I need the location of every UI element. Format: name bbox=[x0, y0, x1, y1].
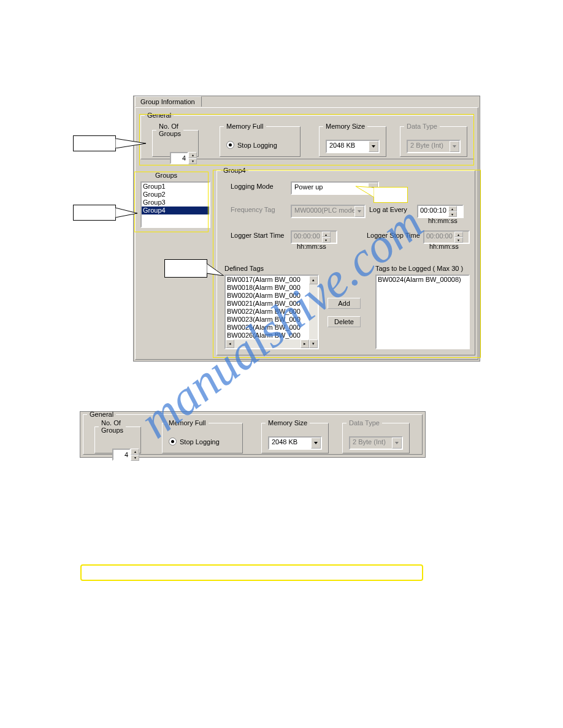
spin-up-icon[interactable]: ▴ bbox=[131, 449, 139, 455]
no-of-groups-input[interactable] bbox=[170, 152, 188, 164]
list-item[interactable]: Group3 bbox=[142, 199, 209, 207]
hhmmss-label-1: hh:mm:ss bbox=[428, 217, 458, 224]
list-item[interactable]: BW0023(Alarm BW_000 bbox=[226, 316, 318, 324]
spin-up-icon: ▴ bbox=[322, 232, 331, 237]
scroll-right-icon[interactable]: ▸ bbox=[301, 339, 309, 348]
tags-to-be-logged-listbox[interactable]: BW0024(Alarm BW_00008) bbox=[375, 275, 470, 349]
logger-start-time-label: Logger Start Time bbox=[231, 232, 284, 239]
memory-full-legend: Memory Full bbox=[224, 123, 266, 130]
chevron-down-icon[interactable] bbox=[369, 141, 378, 152]
spin-down-icon: ▾ bbox=[454, 237, 463, 243]
general-legend-bottom: General bbox=[87, 411, 116, 418]
memory-size-value: 2048 KB bbox=[327, 141, 369, 152]
radio-dot-icon bbox=[226, 141, 234, 149]
spin-up-icon: ▴ bbox=[454, 232, 463, 237]
spin-up-icon[interactable]: ▴ bbox=[188, 152, 197, 158]
group4-legend: Group4 bbox=[221, 167, 248, 174]
list-item[interactable]: BW0021(Alarm BW_000 bbox=[226, 300, 318, 308]
spin-down-icon[interactable]: ▾ bbox=[448, 211, 457, 217]
list-item[interactable]: Group4 bbox=[142, 207, 209, 214]
groups-label: Groups bbox=[155, 172, 177, 179]
defined-tags-listbox[interactable]: BW0017(Alarm BW_000 BW0018(Alarm BW_000 … bbox=[224, 275, 319, 349]
list-item[interactable]: BW0020(Alarm BW_000 bbox=[226, 292, 318, 300]
memory-size-fieldset-bottom: Memory Size 2048 KB bbox=[261, 419, 329, 453]
spin-up-icon[interactable]: ▴ bbox=[448, 206, 457, 211]
scrollbar-horizontal[interactable]: ◂▸ bbox=[226, 339, 309, 348]
memory-size-combo[interactable]: 2048 KB bbox=[326, 140, 380, 153]
scroll-down-icon[interactable]: ▾ bbox=[309, 339, 318, 348]
callout-groups bbox=[73, 205, 116, 221]
logger-stop-value: 00:00:00 bbox=[424, 232, 454, 243]
groups-listbox[interactable]: Group1 Group2 Group3 Group4 bbox=[140, 181, 210, 228]
data-type-value-bottom: 2 Byte (Int) bbox=[350, 438, 392, 449]
memory-size-value-bottom: 2048 KB bbox=[269, 438, 311, 449]
general-fieldset: General No. Of Groups ▴▾ Memory Full Sto… bbox=[140, 112, 474, 159]
chevron-down-icon[interactable] bbox=[311, 438, 321, 449]
logger-stop-time: 00:00:00 ▴▾ bbox=[423, 230, 470, 244]
scroll-up-icon[interactable]: ▴ bbox=[309, 276, 318, 284]
tab-strip: Group Information bbox=[135, 96, 202, 107]
logging-mode-label: Logging Mode bbox=[231, 183, 274, 190]
list-item[interactable]: BW0026(Alarm BW_000 bbox=[226, 332, 318, 339]
svg-marker-0 bbox=[115, 138, 146, 148]
list-item[interactable]: BW0017(Alarm BW_000 bbox=[226, 276, 318, 284]
hhmmss-label-3: hh:mm:ss bbox=[429, 243, 459, 250]
data-type-value: 2 Byte (Int) bbox=[408, 141, 450, 152]
no-of-groups-fieldset-bottom: No. Of Groups ▴▾ bbox=[94, 419, 141, 453]
spin-down-icon[interactable]: ▾ bbox=[131, 455, 139, 461]
tags-to-be-logged-label: Tags to be Logged ( Max 30 ) bbox=[375, 265, 463, 272]
memory-size-legend-bottom: Memory Size bbox=[266, 419, 310, 427]
general-legend: General bbox=[145, 112, 174, 119]
list-item[interactable]: BW0024(Alarm BW_00008) bbox=[377, 276, 469, 284]
list-item[interactable]: BW0022(Alarm BW_000 bbox=[226, 308, 318, 316]
scrollbar-vertical[interactable]: ▴▾ bbox=[309, 276, 318, 348]
svg-marker-3 bbox=[356, 186, 374, 197]
memory-size-fieldset: Memory Size 2048 KB bbox=[319, 123, 386, 157]
memory-size-combo-bottom[interactable]: 2048 KB bbox=[268, 436, 322, 450]
list-item[interactable]: Group2 bbox=[142, 191, 209, 199]
chevron-down-icon bbox=[450, 141, 459, 152]
chevron-down-icon bbox=[392, 438, 402, 449]
delete-button[interactable]: Delete bbox=[327, 316, 361, 327]
stop-logging-label-bottom: Stop Logging bbox=[180, 438, 220, 446]
highlight-empty-bar bbox=[80, 564, 423, 581]
svg-marker-2 bbox=[207, 264, 224, 276]
memory-full-fieldset: Memory Full Stop Logging bbox=[220, 123, 301, 157]
list-item[interactable]: Group1 bbox=[142, 183, 209, 191]
no-of-groups-stepper[interactable]: ▴▾ bbox=[170, 152, 197, 164]
no-of-groups-fieldset: No. Of Groups ▴▾ bbox=[152, 123, 199, 157]
no-of-groups-stepper-bottom[interactable]: ▴▾ bbox=[112, 449, 139, 461]
data-type-legend: Data Type bbox=[404, 123, 440, 130]
defined-tags-label: Defined Tags bbox=[224, 265, 264, 272]
group-information-dialog: Group Information General No. Of Groups … bbox=[133, 96, 480, 362]
log-at-every-label: Log at Every bbox=[369, 206, 407, 213]
no-of-groups-input-bottom[interactable] bbox=[112, 449, 131, 461]
stop-logging-radio-bottom[interactable]: Stop Logging bbox=[169, 438, 220, 446]
general-fieldset-bottom: General No. Of Groups ▴▾ Memory Full Sto… bbox=[83, 411, 423, 455]
log-at-every-time[interactable]: 00:00:10 ▴▾ bbox=[417, 205, 464, 218]
no-of-groups-label-bottom: No. Of Groups bbox=[99, 419, 126, 434]
logger-start-value: 00:00:00 bbox=[292, 232, 322, 243]
add-button[interactable]: Add bbox=[327, 298, 361, 309]
frequency-tag-label: Frequency Tag bbox=[231, 206, 275, 213]
memory-size-legend: Memory Size bbox=[323, 123, 367, 130]
frequency-tag-value: MW0000(PLC mode bbox=[292, 206, 354, 217]
stop-logging-radio[interactable]: Stop Logging bbox=[226, 141, 277, 149]
log-at-every-value: 00:00:10 bbox=[418, 206, 448, 217]
radio-dot-icon bbox=[169, 438, 177, 446]
list-item[interactable]: BW0025(Alarm BW_000 bbox=[226, 324, 318, 332]
dialog-body: General No. Of Groups ▴▾ Memory Full Sto… bbox=[135, 107, 478, 360]
spin-down-icon: ▾ bbox=[322, 237, 331, 243]
spin-down-icon[interactable]: ▾ bbox=[188, 158, 197, 164]
list-item[interactable]: BW0018(Alarm BW_000 bbox=[226, 284, 318, 292]
chevron-down-icon bbox=[354, 206, 364, 217]
svg-marker-1 bbox=[115, 208, 137, 218]
data-type-fieldset-bottom: Data Type 2 Byte (Int) bbox=[342, 419, 410, 453]
memory-full-fieldset-bottom: Memory Full Stop Logging bbox=[162, 419, 243, 453]
no-of-groups-label: No. Of Groups bbox=[156, 123, 183, 137]
logger-start-time: 00:00:00 ▴▾ bbox=[291, 230, 337, 244]
scroll-left-icon[interactable]: ◂ bbox=[226, 339, 234, 348]
tab-group-information[interactable]: Group Information bbox=[135, 96, 202, 107]
group4-fieldset: Group4 Logging Mode Power up Frequency T… bbox=[216, 167, 475, 355]
frequency-tag-combo: MW0000(PLC mode bbox=[291, 205, 366, 218]
